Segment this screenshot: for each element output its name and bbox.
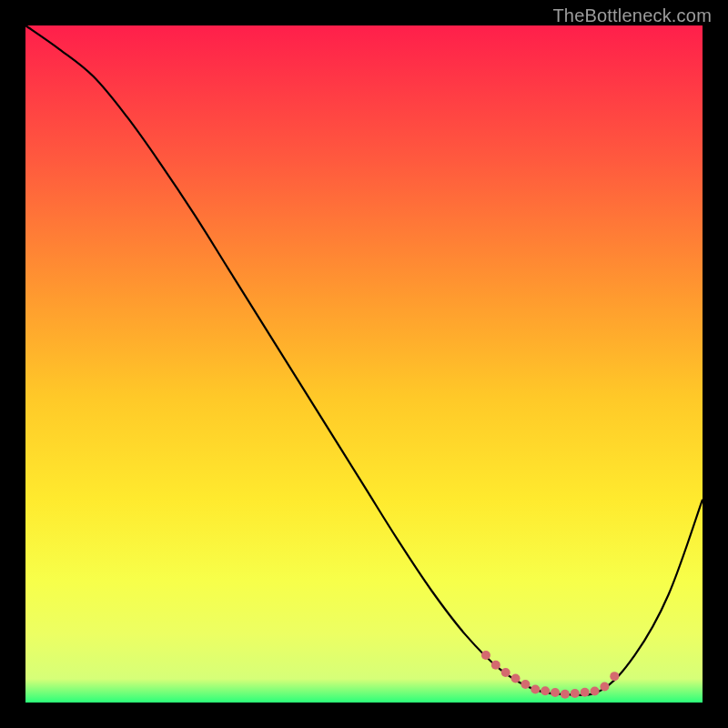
highlight-dot <box>531 684 540 693</box>
highlight-dot <box>541 686 550 695</box>
plot-area <box>25 25 703 703</box>
highlight-dot <box>581 688 590 697</box>
bottleneck-chart <box>0 0 728 728</box>
highlight-dot <box>561 690 570 699</box>
chart-frame: TheBottleneck.com <box>0 0 728 728</box>
highlight-dot <box>610 672 619 681</box>
highlight-dot <box>491 661 500 670</box>
highlight-dot <box>521 680 530 689</box>
highlight-dot <box>511 673 521 682</box>
highlight-dot <box>600 682 609 691</box>
watermark-text: TheBottleneck.com <box>552 5 712 26</box>
highlight-dot <box>501 668 511 677</box>
highlight-dot <box>551 688 560 697</box>
highlight-dot <box>571 689 580 698</box>
highlight-dot <box>591 686 600 695</box>
highlight-dot <box>481 651 490 660</box>
